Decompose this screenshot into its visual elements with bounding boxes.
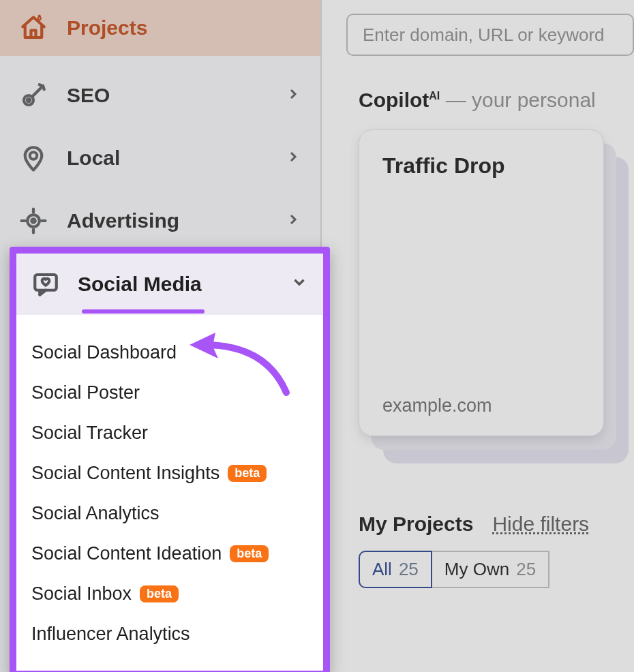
svg-point-4 bbox=[27, 215, 40, 227]
target-icon bbox=[19, 207, 48, 235]
social-submenu-item[interactable]: Social Poster bbox=[31, 373, 308, 413]
sidebar-item-local[interactable]: Local bbox=[0, 127, 320, 189]
insight-card[interactable]: Traffic Drop example.com bbox=[359, 129, 604, 436]
card-domain: example.com bbox=[382, 395, 580, 416]
chat-heart-icon bbox=[31, 270, 60, 299]
chevron-right-icon bbox=[285, 147, 301, 170]
social-submenu-item[interactable]: Social Tracker bbox=[31, 413, 308, 453]
my-projects-title: My Projects bbox=[359, 513, 473, 536]
social-submenu-item[interactable]: Social Inboxbeta bbox=[31, 574, 308, 614]
social-submenu-label: Social Analytics bbox=[31, 503, 160, 524]
social-submenu-label: Social Content Insights bbox=[31, 463, 220, 484]
highlight-underline bbox=[82, 309, 205, 314]
chevron-right-icon bbox=[285, 84, 301, 107]
social-submenu-label: Influencer Analytics bbox=[31, 624, 190, 645]
beta-badge: beta bbox=[228, 465, 267, 482]
chevron-down-icon bbox=[290, 273, 308, 296]
sidebar-item-social-media[interactable]: Social Media bbox=[16, 254, 323, 315]
card-title: Traffic Drop bbox=[382, 153, 580, 179]
filter-pill-myown[interactable]: My Own 25 bbox=[432, 551, 549, 588]
social-submenu-item[interactable]: Social Analytics bbox=[31, 493, 308, 534]
beta-badge: beta bbox=[230, 545, 269, 562]
social-submenu-label: Social Inbox bbox=[31, 583, 132, 605]
copilot-heading: CopilotAI — your personal bbox=[359, 89, 634, 112]
insight-card-stack: Traffic Drop example.com bbox=[359, 129, 634, 436]
sidebar-projects-label: Projects bbox=[67, 16, 147, 40]
social-submenu-item[interactable]: Social Content Insightsbeta bbox=[31, 453, 308, 493]
filter-pill-all[interactable]: All 25 bbox=[359, 551, 432, 588]
svg-point-3 bbox=[30, 152, 37, 159]
seo-icon bbox=[19, 81, 48, 110]
social-submenu-label: Social Poster bbox=[31, 382, 140, 403]
search-placeholder: Enter domain, URL or keyword bbox=[363, 25, 605, 46]
sidebar-item-label: Local bbox=[67, 147, 120, 170]
project-filter-pills: All 25 My Own 25 bbox=[359, 551, 634, 588]
svg-point-5 bbox=[31, 219, 35, 222]
chevron-right-icon bbox=[285, 209, 301, 232]
search-input[interactable]: Enter domain, URL or keyword bbox=[346, 14, 634, 56]
social-submenu-item[interactable]: Social Dashboard bbox=[31, 333, 308, 373]
svg-point-0 bbox=[39, 18, 40, 19]
sidebar-item-label: Advertising bbox=[67, 209, 179, 232]
sidebar-item-advertising[interactable]: Advertising bbox=[0, 189, 320, 252]
sidebar-item-seo[interactable]: SEO bbox=[0, 64, 320, 127]
sidebar-item-label: Social Media bbox=[78, 273, 202, 296]
social-submenu-label: Social Content Ideation bbox=[31, 543, 222, 564]
beta-badge: beta bbox=[140, 585, 179, 602]
map-pin-icon bbox=[19, 144, 48, 172]
sidebar-projects[interactable]: Projects bbox=[0, 0, 320, 56]
svg-rect-6 bbox=[35, 275, 57, 290]
social-submenu-item[interactable]: Influencer Analytics bbox=[31, 614, 308, 654]
home-icon bbox=[19, 14, 48, 42]
sidebar-social-media-panel: Social Media Social DashboardSocial Post… bbox=[10, 247, 330, 672]
social-submenu-label: Social Tracker bbox=[31, 423, 148, 444]
hide-filters-link[interactable]: Hide filters bbox=[492, 513, 589, 536]
social-submenu-label: Social Dashboard bbox=[31, 342, 177, 363]
social-submenu-item[interactable]: Social Content Ideationbeta bbox=[31, 534, 308, 574]
sidebar-item-label: SEO bbox=[67, 84, 110, 107]
svg-point-2 bbox=[27, 99, 30, 102]
